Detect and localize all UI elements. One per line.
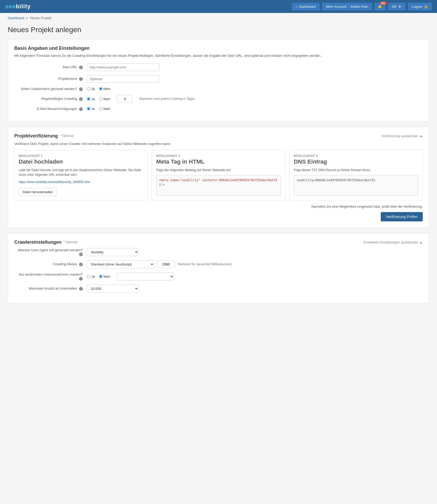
option1-label: Möglichkeit 1 — [19, 154, 143, 157]
email-notify-radio-group: Ja Nein — [87, 107, 110, 111]
user-agent-info-icon[interactable]: i — [79, 253, 83, 256]
verification-grid: Möglichkeit 1 Datei hochladen Lade die D… — [14, 150, 423, 200]
subdir-radio-group: Ja Nein — [87, 272, 174, 281]
crawl-wait-hint: Wartezeit nach jedem Crawling in Tagen — [139, 97, 195, 101]
js-wait-hint: Wartezeit für Javascript (Millisekunden) — [178, 262, 232, 266]
home-icon: ⌂ — [296, 5, 298, 9]
language-label: DE — [392, 5, 397, 9]
start-url-input[interactable] — [87, 64, 159, 71]
account-label: Mein Account — [326, 5, 346, 9]
project-name-info-icon[interactable]: i — [79, 77, 83, 81]
breadcrumb-current: Neues Projekt — [30, 16, 52, 20]
start-url-label: Start URL i — [14, 65, 87, 69]
regular-yes-label[interactable]: Ja — [87, 97, 95, 101]
verify-check-button[interactable]: Verifizierung Prüfen — [381, 212, 423, 221]
subdir-row: Nur bestimmtes Unterverzeichnis crawlen?… — [14, 272, 423, 281]
option2-desc: Füge den folgenden Metatag auf Deiner St… — [156, 168, 281, 172]
subdomains-yes-text: Ja — [91, 87, 95, 91]
crawler-settings-card: Crawlereinstellungen Optional Erweiterte… — [8, 233, 429, 303]
subdomains-no-text: Nein — [103, 87, 110, 91]
crawl-wait-input[interactable] — [117, 95, 133, 103]
subdir-info-icon[interactable]: i — [79, 277, 83, 281]
email-no-label[interactable]: Nein — [99, 107, 110, 111]
notification-badge: 10+ — [380, 2, 387, 5]
account-user: Stefan Petri — [350, 5, 368, 9]
start-url-info-icon[interactable]: i — [79, 66, 83, 69]
crawler-settings-title: Crawlereinstellungen Optional — [14, 240, 77, 245]
logout-label: Logout — [412, 5, 422, 9]
email-notify-label: E-Mail Benachrichtigungen i — [14, 107, 87, 111]
js-wait-input[interactable] — [157, 261, 175, 268]
regular-no-label[interactable]: Nein — [99, 97, 110, 101]
header: seobility ⌂ Dashboard Mein Account - Ste… — [0, 0, 437, 13]
regular-crawl-label: Regelmäßiges Crawling i — [14, 97, 87, 101]
user-agent-row: Welcher User-Agent soll gesendet werden?… — [14, 248, 423, 256]
subdomains-no-radio[interactable] — [99, 87, 102, 90]
regular-crawl-info-icon[interactable]: i — [79, 97, 83, 101]
language-button[interactable]: DE ▼ — [388, 3, 405, 10]
option1-link[interactable]: https://www.seobility.net/seobilityverif… — [19, 180, 90, 184]
breadcrumb-separator: ► — [26, 17, 29, 20]
subdir-yes-label[interactable]: Ja — [87, 275, 95, 278]
email-yes-text: Ja — [91, 107, 95, 111]
verification-card: Projektverifizierung Optional Verifizier… — [8, 127, 429, 228]
bell-icon: 🔔 — [378, 5, 382, 9]
verification-title: Projektverifizierung Optional — [14, 133, 74, 139]
option3-desc: Füge diesen TXT DNS Record zu Deiner Dom… — [294, 168, 418, 172]
verification-toggle[interactable]: Verifizierung ausblenden ▲ — [381, 134, 423, 138]
regular-no-radio[interactable] — [99, 97, 102, 101]
crawler-settings-header: Crawlereinstellungen Optional Erweiterte… — [14, 240, 423, 245]
project-name-row: Projektname i — [14, 75, 423, 83]
subdir-no-text: Nein — [103, 275, 110, 278]
account-nav-button[interactable]: Mein Account - Stefan Petri — [322, 3, 372, 10]
crawler-settings-toggle[interactable]: Erweiterte Einstellungen ausblenden ▲ — [364, 240, 423, 244]
notifications-button[interactable]: 🔔 10+ — [374, 3, 385, 10]
dashboard-nav-button[interactable]: ⌂ Dashboard — [292, 3, 320, 10]
logout-button[interactable]: Logout 🔒 — [408, 3, 432, 10]
max-pages-select[interactable]: 10.000 25.000 50.000 100.000 — [87, 285, 139, 293]
user-agent-select[interactable]: Seobility Googlebot Bingbot — [87, 248, 139, 256]
option2-label: Möglichkeit 2 — [156, 154, 281, 157]
crawl-mode-select[interactable]: Standard (ohne JavaScript) Mit JavaScrip… — [87, 260, 154, 268]
subdir-path-select[interactable] — [117, 272, 174, 281]
email-yes-label[interactable]: Ja — [87, 107, 95, 111]
project-name-input[interactable] — [87, 75, 159, 83]
lock-icon: 🔒 — [424, 5, 428, 9]
subdomains-yes-radio[interactable] — [87, 87, 90, 90]
breadcrumb-root[interactable]: Dashboard — [8, 16, 24, 20]
max-pages-label: Maximale Anzahl an Unterseiten i — [14, 286, 87, 291]
basic-settings-card: Basis Angaben und Einstellungen Mit folg… — [8, 39, 429, 122]
basic-settings-title: Basis Angaben und Einstellungen — [14, 46, 423, 51]
project-name-label: Projektname i — [14, 77, 87, 81]
email-notify-info-icon[interactable]: i — [79, 107, 83, 111]
regular-no-text: Nein — [103, 97, 110, 101]
subdir-yes-text: Ja — [91, 275, 95, 278]
regular-yes-radio[interactable] — [87, 97, 90, 101]
verification-option3: Möglichkeit 3 DNS Eintrag Füge diesen TX… — [289, 150, 423, 200]
subdir-no-label[interactable]: Nein — [99, 275, 110, 278]
breadcrumb: Dashboard ► Neues Projekt — [0, 13, 437, 23]
regular-crawl-row: Regelmäßiges Crawling i Ja Nein Wartezei… — [14, 95, 423, 103]
option1-title: Datei hochladen — [19, 158, 143, 165]
crawl-mode-info-icon[interactable]: i — [79, 263, 83, 266]
verification-optional-badge: Optional — [60, 134, 74, 138]
option1-desc: Lade die Datei herunter und lege sie in … — [19, 168, 143, 177]
email-yes-radio[interactable] — [87, 107, 90, 110]
subdomains-radio-group: Ja Nein — [87, 87, 110, 91]
chevron-up-icon: ▲ — [419, 134, 423, 138]
subdir-no-radio[interactable] — [99, 275, 102, 278]
email-no-text: Nein — [103, 107, 110, 111]
crawler-toggle-label: Erweiterte Einstellungen ausblenden — [364, 240, 418, 244]
subdomains-info-icon[interactable]: i — [79, 87, 83, 91]
max-pages-info-icon[interactable]: i — [79, 287, 83, 291]
subdir-label: Nur bestimmtes Unterverzeichnis crawlen?… — [14, 272, 87, 281]
chevron-down-icon: ▼ — [398, 5, 401, 9]
subdomains-yes-label[interactable]: Ja — [87, 87, 95, 91]
download-file-button[interactable]: Datei Herunterladen — [19, 188, 57, 196]
dashboard-label: Dashboard — [299, 5, 316, 9]
subdomains-no-label[interactable]: Nein — [99, 87, 110, 91]
subdir-yes-radio[interactable] — [87, 275, 90, 278]
regular-crawl-radio-group: Ja Nein Wartezeit nach jedem Crawling in… — [87, 95, 195, 103]
email-no-radio[interactable] — [99, 107, 102, 110]
regular-yes-text: Ja — [91, 97, 95, 101]
